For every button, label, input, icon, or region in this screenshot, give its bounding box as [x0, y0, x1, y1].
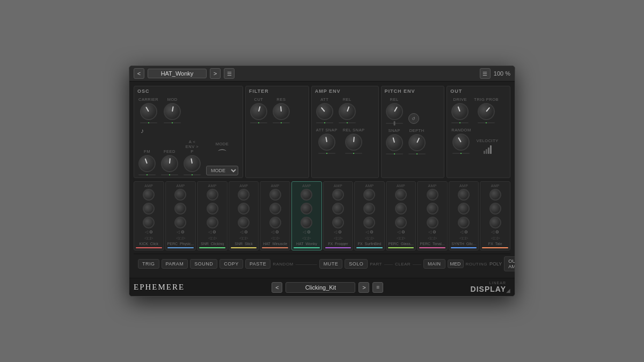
seq-icon-mid-2[interactable]: ⊙ — [213, 230, 216, 234]
seq-pan-knob-2[interactable] — [207, 203, 218, 215]
seq-nav-prev-10[interactable]: ◁ — [459, 236, 462, 240]
settings-icon[interactable]: ☰ — [480, 68, 491, 79]
seq-nav-next-8[interactable]: ▷ — [402, 236, 405, 240]
preset-prev-button[interactable]: < — [134, 68, 144, 79]
seq-nav-mid-2[interactable]: □ — [211, 237, 214, 240]
seq-pan-knob-5[interactable] — [301, 203, 312, 215]
seq-pan-knob-7[interactable] — [363, 203, 375, 215]
seq-nav-prev-9[interactable]: ◁ — [428, 236, 430, 240]
mute-button[interactable]: MUTE — [319, 259, 343, 269]
fm-knob[interactable] — [138, 155, 156, 172]
seq-nav-prev-11[interactable]: ◁ — [491, 236, 494, 240]
seq-extra-knob-11[interactable] — [489, 217, 501, 228]
seq-nav-next-5[interactable]: ▷ — [308, 236, 311, 240]
paste-button[interactable]: PASTE — [245, 259, 270, 269]
seq-icon-mid-5[interactable]: ⊙ — [307, 230, 311, 234]
seq-nav-prev-6[interactable]: ◁ — [334, 236, 336, 240]
seq-nav-mid-4[interactable]: □ — [274, 237, 276, 240]
seq-pan-knob-10[interactable] — [458, 203, 470, 215]
seq-nav-next-10[interactable]: ▷ — [465, 236, 468, 240]
seq-extra-knob-9[interactable] — [427, 217, 438, 228]
att-snap-knob[interactable] — [318, 134, 335, 151]
seq-icon-mid-6[interactable]: ⊙ — [338, 230, 342, 234]
param-button[interactable]: PARAM — [162, 259, 188, 269]
seq-icon-mid-3[interactable]: ⊙ — [244, 230, 248, 234]
feed-knob[interactable] — [161, 155, 178, 172]
seq-nav-prev-0[interactable]: ◁ — [144, 236, 147, 240]
seq-pan-knob-11[interactable] — [489, 203, 501, 215]
seq-amp-knob-9[interactable] — [427, 189, 438, 201]
seq-nav-next-0[interactable]: ▷ — [150, 236, 153, 240]
a-env-p-knob[interactable] — [184, 155, 201, 172]
seq-amp-knob-8[interactable] — [395, 189, 407, 201]
cut-knob[interactable] — [250, 103, 267, 120]
trig-prob-knob[interactable] — [478, 103, 495, 120]
main-button[interactable]: MAIN — [423, 259, 445, 269]
seq-amp-knob-0[interactable] — [143, 189, 155, 201]
seq-amp-knob-1[interactable] — [174, 189, 186, 201]
seq-nav-mid-5[interactable]: □ — [305, 237, 308, 240]
preset-menu-button[interactable]: ☰ — [224, 68, 235, 79]
seq-pan-knob-8[interactable] — [395, 203, 407, 215]
seq-pan-knob-1[interactable] — [174, 203, 186, 215]
depth-knob[interactable] — [408, 134, 426, 151]
pitch-rel-knob[interactable] — [386, 103, 403, 120]
solo-button[interactable]: SOLO — [345, 259, 368, 269]
seq-icon-mid-8[interactable]: ⊙ — [401, 230, 405, 234]
seq-extra-knob-0[interactable] — [143, 217, 155, 228]
seq-icon-mid-1[interactable]: ⊙ — [181, 230, 185, 234]
pitch-rel-slider[interactable] — [386, 123, 403, 124]
seq-icon-left-1[interactable]: ◁ — [177, 230, 180, 234]
seq-nav-mid-9[interactable]: □ — [431, 237, 433, 240]
snap-knob[interactable] — [386, 134, 403, 151]
drive-knob[interactable] — [451, 103, 469, 120]
seq-icon-left-6[interactable]: ◁ — [334, 230, 337, 234]
mod-knob[interactable] — [164, 103, 181, 120]
carrier-knob[interactable] — [140, 103, 157, 120]
seq-nav-prev-1[interactable]: ◁ — [176, 236, 179, 240]
seq-nav-prev-3[interactable]: ◁ — [239, 236, 242, 240]
seq-icon-mid-11[interactable]: ⊙ — [495, 230, 499, 234]
seq-amp-knob-7[interactable] — [363, 189, 375, 201]
trig-button[interactable]: TRIG — [138, 259, 159, 269]
seq-icon-mid-0[interactable]: ⊙ — [149, 230, 153, 234]
seq-pan-knob-9[interactable] — [427, 203, 438, 215]
seq-extra-knob-4[interactable] — [269, 217, 281, 228]
seq-icon-left-8[interactable]: ◁ — [397, 230, 400, 234]
seq-icon-mid-9[interactable]: ⊙ — [433, 230, 436, 234]
random-knob[interactable] — [452, 134, 470, 151]
out-amp-button[interactable]: OUT AMP — [504, 256, 515, 271]
seq-nav-mid-0[interactable]: □ — [148, 237, 150, 240]
seq-nav-prev-8[interactable]: ◁ — [397, 236, 399, 240]
seq-icon-left-9[interactable]: ◁ — [428, 230, 431, 234]
seq-pan-knob-3[interactable] — [238, 203, 250, 215]
seq-pan-knob-6[interactable] — [332, 203, 344, 215]
seq-extra-knob-3[interactable] — [238, 217, 250, 228]
seq-nav-mid-6[interactable]: □ — [337, 237, 339, 240]
mode-select[interactable]: MODE 1 MODE 2 — [206, 166, 238, 175]
kit-menu-button[interactable]: ≡ — [372, 282, 383, 293]
seq-nav-mid-8[interactable]: □ — [400, 237, 402, 240]
seq-amp-knob-11[interactable] — [489, 189, 501, 201]
seq-amp-knob-6[interactable] — [332, 189, 344, 201]
rel-snap-knob[interactable] — [345, 134, 362, 151]
copy-button[interactable]: COPY — [219, 259, 243, 269]
seq-pan-knob-4[interactable] — [269, 203, 281, 215]
seq-nav-prev-2[interactable]: ◁ — [208, 236, 211, 240]
routing-select[interactable]: MED — [448, 260, 464, 268]
seq-nav-prev-4[interactable]: ◁ — [271, 236, 274, 240]
seq-icon-mid-10[interactable]: ⊙ — [464, 230, 468, 234]
seq-nav-mid-10[interactable]: □ — [463, 237, 465, 240]
seq-icon-left-7[interactable]: ◁ — [365, 230, 369, 234]
seq-nav-mid-7[interactable]: □ — [368, 237, 370, 240]
seq-nav-next-2[interactable]: ▷ — [214, 236, 217, 240]
seq-nav-next-11[interactable]: ▷ — [497, 236, 500, 240]
kit-next-button[interactable]: > — [358, 282, 369, 293]
seq-nav-mid-11[interactable]: □ — [494, 237, 496, 240]
seq-extra-knob-2[interactable] — [207, 217, 218, 228]
seq-icon-mid-7[interactable]: ⊙ — [370, 230, 374, 234]
seq-icon-left-5[interactable]: ◁ — [303, 230, 306, 234]
seq-nav-mid-1[interactable]: □ — [179, 237, 181, 240]
seq-amp-knob-4[interactable] — [269, 189, 281, 201]
seq-nav-next-6[interactable]: ▷ — [340, 236, 342, 240]
